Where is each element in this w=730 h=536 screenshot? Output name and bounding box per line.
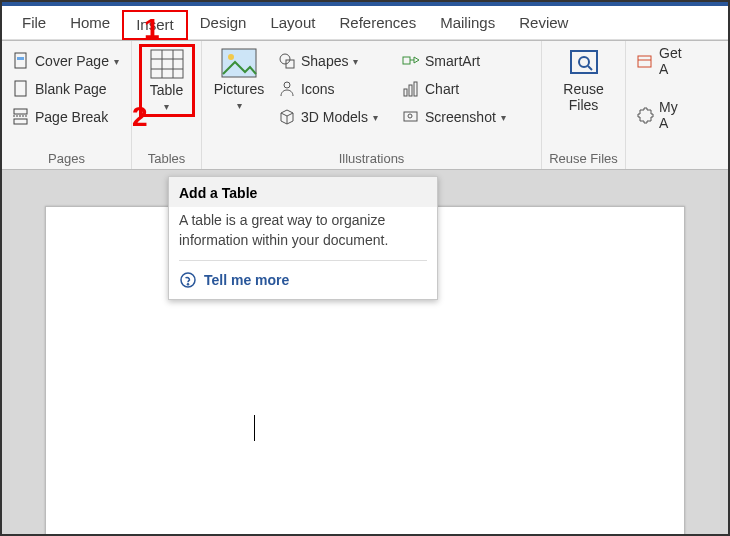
chevron-down-icon: ▾ <box>237 100 242 111</box>
svg-rect-3 <box>14 109 27 114</box>
svg-rect-0 <box>15 53 26 68</box>
chevron-down-icon: ▾ <box>501 112 506 123</box>
cube-icon <box>278 108 296 126</box>
group-illustrations: Pictures ▾ Shapes▾ Icons 3D Models▾ <box>202 41 542 169</box>
svg-point-26 <box>579 57 589 67</box>
group-pages: Cover Page▾ Blank Page Page Break Pages <box>2 41 132 169</box>
tab-file[interactable]: File <box>10 6 58 40</box>
group-addins: Get A My A <box>626 41 696 169</box>
chart-button[interactable]: Chart <box>398 76 532 102</box>
shapes-icon <box>278 52 296 70</box>
my-addins-button[interactable]: My A <box>632 102 690 128</box>
screenshot-label: Screenshot <box>425 109 496 125</box>
svg-point-24 <box>408 114 412 118</box>
tab-references[interactable]: References <box>327 6 428 40</box>
pictures-icon <box>221 48 257 78</box>
svg-point-15 <box>284 82 290 88</box>
pictures-label: Pictures <box>214 81 265 97</box>
icons-button[interactable]: Icons <box>274 76 398 102</box>
3d-models-button[interactable]: 3D Models▾ <box>274 104 398 130</box>
cover-page-button[interactable]: Cover Page▾ <box>8 48 123 74</box>
svg-rect-28 <box>638 56 651 67</box>
group-tables-label: Tables <box>138 149 195 169</box>
chevron-down-icon: ▾ <box>164 101 169 112</box>
svg-marker-19 <box>414 57 419 63</box>
group-reuse-label: Reuse Files <box>548 149 619 169</box>
tab-design[interactable]: Design <box>188 6 259 40</box>
page-break-button[interactable]: Page Break <box>8 104 123 130</box>
svg-line-27 <box>588 66 592 70</box>
svg-rect-21 <box>409 85 412 96</box>
group-pages-label: Pages <box>8 149 125 169</box>
tab-home[interactable]: Home <box>58 6 122 40</box>
svg-point-13 <box>280 54 290 64</box>
svg-rect-25 <box>571 51 597 73</box>
3d-models-label: 3D Models <box>301 109 368 125</box>
tab-mailings[interactable]: Mailings <box>428 6 507 40</box>
ribbon-tabs: File Home Insert Design Layout Reference… <box>2 6 728 40</box>
svg-rect-11 <box>222 49 256 77</box>
smartart-button[interactable]: SmartArt <box>398 48 532 74</box>
chevron-down-icon: ▾ <box>373 112 378 123</box>
store-icon <box>636 52 654 70</box>
svg-rect-20 <box>404 89 407 96</box>
svg-rect-1 <box>17 57 24 60</box>
group-reuse-files: Reuse Files Reuse Files <box>542 41 626 169</box>
blank-page-button[interactable]: Blank Page <box>8 76 123 102</box>
smartart-label: SmartArt <box>425 53 480 69</box>
tab-review[interactable]: Review <box>507 6 580 40</box>
group-illustrations-label: Illustrations <box>208 149 535 169</box>
get-addins-button[interactable]: Get A <box>632 48 690 74</box>
blank-page-icon <box>12 80 30 98</box>
annotation-1: 1 <box>144 13 160 45</box>
svg-rect-22 <box>414 82 417 96</box>
chart-label: Chart <box>425 81 459 97</box>
screenshot-icon <box>402 108 420 126</box>
screenshot-button[interactable]: Screenshot▾ <box>398 104 532 130</box>
tooltip: Add a Table A table is a great way to or… <box>168 176 438 300</box>
svg-rect-6 <box>151 50 183 78</box>
blank-page-label: Blank Page <box>35 81 107 97</box>
annotation-2: 2 <box>132 101 148 133</box>
cover-page-icon <box>12 52 30 70</box>
icons-icon <box>278 80 296 98</box>
table-label: Table <box>150 82 183 98</box>
chevron-down-icon: ▾ <box>353 56 358 67</box>
svg-point-31 <box>187 284 189 286</box>
shapes-label: Shapes <box>301 53 348 69</box>
my-addins-label: My A <box>659 99 686 131</box>
tell-me-more-link[interactable]: Tell me more <box>169 261 437 299</box>
help-icon <box>179 271 197 289</box>
text-cursor <box>254 415 255 441</box>
tooltip-body: A table is a great way to organize infor… <box>169 207 437 260</box>
svg-rect-4 <box>14 119 27 124</box>
cover-page-label: Cover Page <box>35 53 109 69</box>
svg-rect-2 <box>15 81 26 96</box>
tab-layout[interactable]: Layout <box>258 6 327 40</box>
tell-me-more-label: Tell me more <box>204 272 289 288</box>
reuse-files-button[interactable]: Reuse Files <box>556 44 612 113</box>
ribbon: 1 2 Cover Page▾ Blank Page Page Break Pa… <box>2 40 728 170</box>
table-icon <box>150 49 184 79</box>
reuse-files-label: Reuse Files <box>563 81 603 113</box>
smartart-icon <box>402 52 420 70</box>
svg-point-12 <box>228 54 234 60</box>
page-break-label: Page Break <box>35 109 108 125</box>
page-break-icon <box>12 108 30 126</box>
svg-rect-23 <box>404 112 417 121</box>
tooltip-title: Add a Table <box>169 177 437 207</box>
get-addins-label: Get A <box>659 45 686 77</box>
addins-icon <box>636 106 654 124</box>
pictures-button[interactable]: Pictures ▾ <box>208 44 270 111</box>
reuse-files-icon <box>567 48 601 78</box>
svg-rect-18 <box>403 57 410 64</box>
icons-label: Icons <box>301 81 334 97</box>
chevron-down-icon: ▾ <box>114 56 119 67</box>
shapes-button[interactable]: Shapes▾ <box>274 48 398 74</box>
chart-icon <box>402 80 420 98</box>
